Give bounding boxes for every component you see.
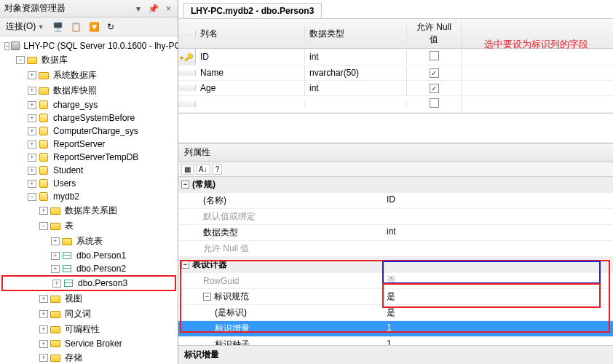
close-icon[interactable]: × xyxy=(164,4,173,14)
folder-node[interactable]: +同义词 xyxy=(1,306,176,322)
null-checkbox[interactable] xyxy=(430,98,439,108)
expand-icon[interactable]: − xyxy=(181,261,189,269)
db-node[interactable]: +Student xyxy=(1,164,176,177)
mydb2-node[interactable]: −mydb2 xyxy=(1,190,176,203)
properties-grid[interactable]: −(常规) (名称)ID 默认值或绑定 数据类型int 允许 Null 值 −表… xyxy=(178,177,613,345)
null-checkbox[interactable] xyxy=(430,51,439,60)
table-node[interactable]: +dbo.Person3 xyxy=(1,275,176,291)
server-list-icon[interactable]: 📋 xyxy=(68,20,84,33)
categorized-sort-icon[interactable]: ▦ xyxy=(181,164,194,175)
filter-icon[interactable]: 🔽 xyxy=(87,20,102,33)
column-row[interactable]: ▸🔑IDint xyxy=(178,49,613,66)
properties-title: 列属性 xyxy=(178,143,613,162)
db-node[interactable]: +ComputerCharge_sys xyxy=(1,124,176,138)
null-checkbox[interactable]: ✓ xyxy=(430,84,439,93)
table-designer-tab[interactable]: LHY-PC.mydb2 - dbo.Person3 xyxy=(183,3,322,18)
db-node[interactable]: +ReportServerTempDB xyxy=(1,151,176,164)
object-tree[interactable]: −LHY-PC (SQL Server 10.0.1600 - lhy-PC\l… xyxy=(0,36,178,364)
header-col-null: 允许 Null 值 xyxy=(407,19,462,48)
folder-node[interactable]: +可编程性 xyxy=(1,322,176,337)
alpha-sort-icon[interactable]: A↓ xyxy=(196,164,210,175)
empty-row[interactable] xyxy=(178,96,613,113)
pin-icon[interactable]: 📌 xyxy=(146,4,161,14)
table-node[interactable]: +dbo.Person1 xyxy=(1,249,176,262)
object-explorer-toolbar: 连接(O) 🖥️ 📋 🔽 ↻ xyxy=(0,17,178,36)
header-col-name: 列名 xyxy=(196,25,305,42)
column-row[interactable]: Ageint✓ xyxy=(178,81,613,96)
annotation-identity: 选中要设为标识列的字段 xyxy=(484,38,588,51)
db-node[interactable]: +Users xyxy=(1,177,176,190)
row-selector-icon: ▸🔑 xyxy=(181,53,193,61)
db-node[interactable]: +数据库快照 xyxy=(1,83,176,98)
identity-increment-row[interactable]: 标识增量1 xyxy=(178,321,613,337)
object-explorer-title: 对象资源管理器 xyxy=(4,2,66,15)
db-node[interactable]: +charge_sys xyxy=(1,98,176,111)
column-properties-panel: 列属性 ▦ A↓ ? −(常规) (名称)ID 默认值或绑定 数据类型int 允… xyxy=(178,143,613,364)
connect-button[interactable]: 连接(O) xyxy=(3,19,47,34)
databases-folder[interactable]: −数据库 xyxy=(1,52,176,68)
property-description-label: 标识增量 xyxy=(178,345,613,364)
server-node[interactable]: −LHY-PC (SQL Server 10.0.1600 - lhy-PC\l… xyxy=(1,39,176,52)
null-checkbox[interactable]: ✓ xyxy=(430,68,439,78)
expand-icon[interactable]: − xyxy=(203,293,211,301)
server-connect-icon[interactable]: 🖥️ xyxy=(50,20,66,33)
header-col-type: 数据类型 xyxy=(305,25,407,42)
expand-icon[interactable]: − xyxy=(181,181,189,189)
folder-node[interactable]: +存储 xyxy=(1,350,176,364)
db-node[interactable]: +chargeSystemBefore xyxy=(1,111,176,124)
folder-node[interactable]: +Service Broker xyxy=(1,337,176,350)
help-icon[interactable]: ? xyxy=(213,164,223,175)
dropdown-icon[interactable]: ▾ xyxy=(134,4,143,14)
tables-folder[interactable]: −表 xyxy=(1,218,176,234)
refresh-icon[interactable]: ↻ xyxy=(105,20,116,33)
object-explorer-header: 对象资源管理器 ▾ 📌 × xyxy=(0,0,178,17)
db-node[interactable]: +ReportServer xyxy=(1,138,176,151)
properties-toolbar: ▦ A↓ ? xyxy=(178,162,613,177)
column-row[interactable]: Namenvarchar(50)✓ xyxy=(178,66,613,81)
table-node[interactable]: +dbo.Person2 xyxy=(1,262,176,275)
folder-node[interactable]: +系统表 xyxy=(1,234,176,249)
folder-node[interactable]: +视图 xyxy=(1,291,176,306)
db-node[interactable]: +系统数据库 xyxy=(1,68,176,83)
columns-grid: 列名 数据类型 允许 Null 值 ▸🔑IDintNamenvarchar(50… xyxy=(178,19,613,114)
editor-tabs: LHY-PC.mydb2 - dbo.Person3 xyxy=(178,0,613,19)
db-diagrams-folder[interactable]: +数据库关系图 xyxy=(1,203,176,218)
